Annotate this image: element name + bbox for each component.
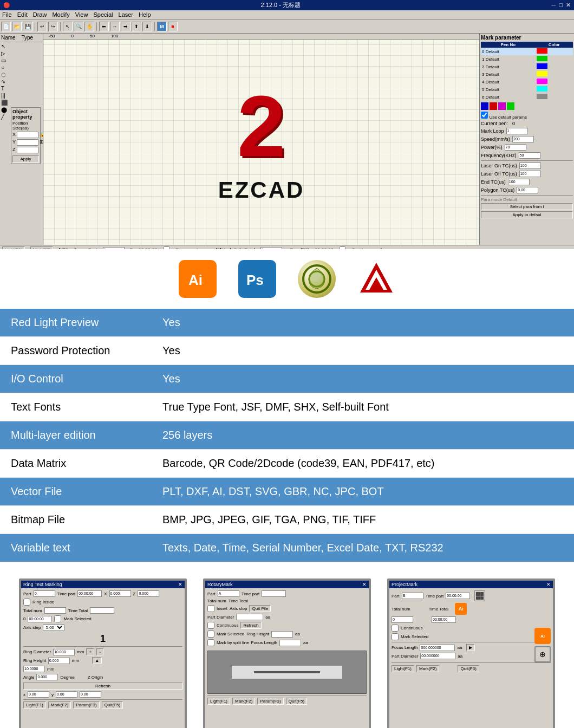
pen-row-2[interactable]: 2 Default — [481, 63, 573, 70]
menu-modify[interactable]: Modify — [52, 11, 69, 18]
continue-mode-check[interactable] — [339, 246, 346, 249]
freq-input[interactable]: 50 — [519, 152, 540, 159]
proj-mark-sel-check[interactable] — [392, 633, 399, 640]
rotary-focus-val[interactable] — [279, 640, 301, 646]
toolbar-new[interactable]: 📄 — [1, 22, 11, 31]
ring-light-btn[interactable]: Light(F1) — [23, 701, 46, 708]
select-para-button[interactable]: Select para from l — [481, 203, 573, 210]
mark-button[interactable]: Mark(F2) — [30, 246, 53, 249]
proj-total-val[interactable]: 0 — [392, 616, 413, 623]
proj-mark-btn[interactable]: Mark(F2) — [416, 665, 439, 672]
ring-y-move[interactable]: 0.00 — [56, 691, 77, 698]
use-default-checkbox[interactable] — [481, 112, 488, 119]
rotary-refresh-btn[interactable]: Refresh — [240, 622, 261, 629]
ring-z-val[interactable]: 0.000 — [138, 590, 159, 597]
close-icon[interactable]: ✕ — [566, 2, 571, 9]
laser-off-input[interactable]: 100 — [519, 171, 541, 177]
ring-time-total[interactable] — [90, 607, 114, 614]
rotary-split-check[interactable] — [207, 639, 214, 646]
tool-select[interactable]: ▷ — [1, 50, 10, 56]
speed-input[interactable]: 200 — [512, 136, 534, 142]
ring-angle-val[interactable]: 0.000 — [36, 674, 58, 680]
ring-tp-val[interactable]: 00:00:00 — [77, 590, 102, 597]
ring-diam-val[interactable]: 10.000 — [53, 649, 75, 655]
ring-quit-btn[interactable]: Quit(F5) — [102, 701, 123, 708]
pen-row-5[interactable]: 5 Default — [481, 86, 573, 93]
pen-row-6[interactable]: 6 Default — [481, 93, 573, 101]
toolbar-redo[interactable]: ↪ — [48, 22, 58, 31]
rotary-insert-check[interactable] — [207, 605, 214, 612]
light-button[interactable]: Light(F1) — [2, 246, 25, 249]
toolbar-align-right[interactable]: ➡ — [121, 22, 131, 31]
ring-mark-btn[interactable]: Mark(F2) — [48, 701, 71, 708]
toolbar-open[interactable]: 📂 — [12, 22, 22, 31]
ring-plus-btn[interactable]: + — [86, 648, 94, 655]
proj-grid-icon[interactable] — [474, 590, 485, 601]
x-input[interactable] — [17, 132, 38, 138]
tool-line[interactable]: ╱ — [1, 114, 10, 120]
tool-bitmap[interactable]: ⬛ — [1, 100, 10, 106]
rotary-time-val[interactable] — [262, 590, 286, 597]
tool-text[interactable]: T — [1, 86, 10, 92]
toolbar-pan[interactable]: ✋ — [84, 22, 94, 31]
pen-row-4[interactable]: 4 Default — [481, 78, 573, 86]
rotary-mark-sel-check[interactable] — [207, 630, 214, 638]
swatch-green[interactable] — [507, 102, 514, 110]
menu-edit[interactable]: Edit — [17, 11, 28, 18]
ring-part2-time[interactable]: 00:00:00 — [28, 616, 52, 622]
rotary-light-btn[interactable]: Light(F1) — [207, 698, 230, 705]
menu-laser[interactable]: Laser — [119, 11, 134, 18]
mark-loop-input[interactable]: 1 — [506, 128, 528, 134]
menu-view[interactable]: View — [75, 11, 88, 18]
ring-mark-sel-check[interactable] — [54, 615, 61, 622]
toolbar-align-center[interactable]: ↔ — [110, 22, 120, 31]
rotary-quit-diam[interactable]: Quit File — [249, 605, 271, 612]
swatch-red[interactable] — [490, 102, 497, 110]
ring-refresh-btn[interactable]: Refresh — [23, 682, 182, 690]
rotary-param-btn[interactable]: Param(F3) — [257, 698, 283, 705]
rotary-ring-ht-val[interactable] — [271, 631, 293, 638]
proj-light-btn[interactable]: Light(F1) — [392, 665, 414, 672]
proj-total-time[interactable]: 00:00:00 — [432, 616, 456, 623]
minimize-icon[interactable]: ─ — [552, 2, 556, 9]
apply-to-default-button[interactable]: Apply to defaul — [481, 211, 573, 218]
ring-param-btn[interactable]: Param(F3) — [73, 701, 99, 708]
proj-part-val[interactable]: B — [402, 593, 423, 599]
z-input[interactable] — [17, 147, 38, 153]
ring-z-move[interactable]: 0.00 — [80, 691, 101, 698]
rotary-close-btn[interactable]: ✕ — [362, 582, 367, 587]
tool-bezier[interactable]: ∿ — [1, 79, 10, 84]
end-tc-input[interactable]: 100 — [508, 179, 530, 185]
toolbar-stop[interactable]: ■ — [168, 22, 178, 31]
proj-part-diam-val[interactable]: 00.000000 — [420, 653, 455, 659]
apply-button[interactable]: Apply — [12, 155, 39, 162]
tool-rect[interactable]: ▭ — [1, 57, 10, 63]
ring-height-val[interactable]: 0.000 — [48, 658, 70, 664]
maximize-icon[interactable]: □ — [559, 2, 563, 9]
ring-x-val[interactable]: 0.000 — [109, 590, 131, 597]
toolbar-mark[interactable]: M — [157, 22, 167, 31]
pen-row-3[interactable]: 3 Default — [481, 70, 573, 78]
swatch-blue[interactable] — [481, 102, 488, 110]
rotary-quit-btn[interactable]: Quit(F5) — [286, 698, 307, 705]
toolbar-align-top[interactable]: ⬆ — [132, 22, 141, 31]
ring-total-num[interactable] — [44, 607, 66, 614]
ring-x-move[interactable]: 0.00 — [28, 691, 49, 698]
toolbar-align-bottom[interactable]: ⬇ — [142, 22, 152, 31]
proj-cont-check[interactable] — [392, 625, 399, 632]
y-input[interactable] — [17, 139, 38, 146]
menu-draw[interactable]: Draw — [33, 11, 47, 18]
project-close-btn[interactable]: ✕ — [546, 582, 551, 587]
tool-circle[interactable]: ○ — [1, 64, 10, 70]
toolbar-save[interactable]: 💾 — [23, 22, 32, 31]
mark-select-count[interactable]: 0 — [260, 247, 282, 250]
rotary-mark-btn[interactable]: Mark(F2) — [232, 698, 255, 705]
ring-axis-select[interactable]: 5.00 — [43, 624, 64, 631]
proj-focus-val[interactable]: 000.000000 — [420, 645, 455, 651]
part-count[interactable]: 0 — [103, 247, 125, 250]
window-controls[interactable]: ─ □ ✕ — [552, 2, 571, 9]
proj-focus-btn[interactable]: ▶ — [466, 644, 475, 651]
ring-minus-btn[interactable]: - — [96, 648, 103, 655]
rotary-part-val[interactable]: A — [218, 590, 239, 597]
toolbar-undo[interactable]: ↩ — [37, 22, 47, 31]
